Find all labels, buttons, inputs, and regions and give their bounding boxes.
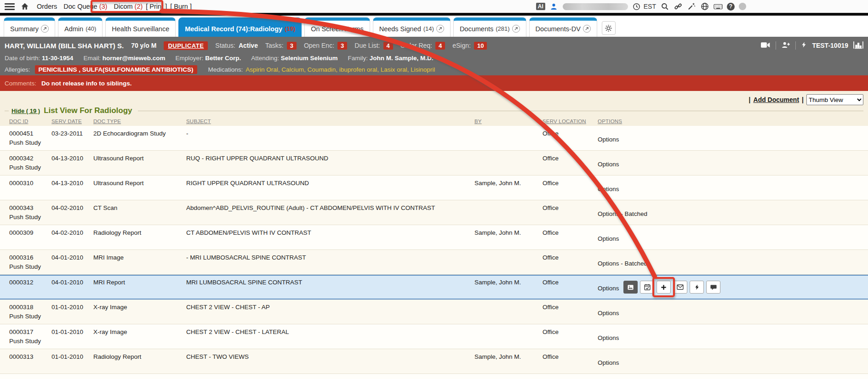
tab-documents[interactable]: Documents(281): [453, 17, 526, 37]
globe-icon[interactable]: [700, 2, 709, 11]
options-menu[interactable]: Options - Batched: [598, 209, 647, 219]
counter-badge[interactable]: 3: [337, 42, 347, 50]
external-link-icon: [41, 25, 49, 33]
lightning-icon[interactable]: [801, 41, 807, 50]
column-header-serv-date[interactable]: SERV DATE: [51, 119, 93, 124]
doc-id-cell: 0000342Push Study: [9, 154, 51, 175]
column-header-subject[interactable]: SUBJECT: [186, 119, 474, 124]
dicom-print-link[interactable]: [ Print ]: [146, 3, 167, 10]
tab-needs-signed[interactable]: Needs Signed(14): [373, 17, 451, 37]
serv-date-cell: 04-02-2010: [51, 204, 93, 225]
document-row[interactable]: 0000451Push Study03-23-20112D Echocardio…: [0, 126, 868, 151]
menu-icon[interactable]: [5, 3, 15, 10]
tab-settings-gear-icon[interactable]: [602, 21, 616, 35]
plus-icon[interactable]: [657, 281, 671, 294]
options-menu[interactable]: Options - Batched: [598, 259, 647, 268]
calendar-icon[interactable]: [640, 281, 654, 294]
radiology-content: | Add Document | Thumb View Hide ( 19 ) …: [0, 91, 868, 379]
document-row[interactable]: 000030904-02-2010Radiology ReportCT ABDO…: [0, 225, 868, 250]
tab-documents-dv[interactable]: Documents-DV: [529, 17, 597, 37]
search-icon[interactable]: [660, 2, 669, 11]
options-menu[interactable]: Options: [598, 309, 619, 318]
comment-icon[interactable]: [706, 281, 720, 294]
column-header-serv-location[interactable]: SERV LOCATION: [542, 119, 598, 124]
hide-list-link[interactable]: Hide ( 19 ): [11, 107, 40, 114]
document-row[interactable]: 000031301-01-2010Radiology ReportCHEST -…: [0, 349, 868, 374]
keyboard-icon[interactable]: [714, 2, 723, 11]
tab-admin[interactable]: Admin(40): [58, 17, 103, 37]
home-icon[interactable]: [20, 2, 29, 11]
tab-count: (14): [423, 25, 434, 32]
add-document-link[interactable]: Add Document: [754, 96, 799, 103]
video-camera-icon[interactable]: [760, 42, 771, 50]
options-menu[interactable]: Options: [598, 234, 619, 243]
wand-icon[interactable]: [687, 2, 696, 11]
counter-badge[interactable]: 3: [287, 42, 297, 50]
options-menu[interactable]: Options: [598, 284, 621, 293]
tab-health-surveillance[interactable]: Health Surveillance: [105, 17, 176, 37]
envelope-icon[interactable]: [673, 281, 687, 294]
dicom-count: (2): [135, 3, 143, 10]
location-cell: Office: [542, 278, 598, 299]
medications-list[interactable]: Aspirin Oral, Calcium, Coumadin, ibuprof…: [246, 66, 435, 73]
column-header-doc-type[interactable]: DOC TYPE: [93, 119, 186, 124]
push-study-link[interactable]: Push Study: [9, 312, 48, 321]
options-cell: [598, 377, 868, 379]
counter-badge[interactable]: 4: [435, 42, 445, 50]
dicom-burn-link[interactable]: [ Burn ]: [170, 3, 192, 10]
column-header-doc-id[interactable]: DOC ID: [9, 119, 51, 124]
document-row[interactable]: 0000318Push Study01-01-2010X-ray ImageCH…: [0, 300, 868, 324]
nav-orders[interactable]: Orders: [37, 3, 57, 10]
document-row[interactable]: 0000342Push Study04-13-2010Ultrasound Re…: [0, 151, 868, 175]
help-icon[interactable]: ?: [727, 3, 735, 11]
push-study-link[interactable]: Push Study: [9, 163, 48, 172]
document-row[interactable]: 0000316Push Study04-01-2010MRI Image- MR…: [0, 250, 868, 275]
document-row[interactable]: 000019011-06-2009Ultrasound ReportSeleni…: [0, 374, 868, 379]
serv-date-cell: 01-01-2010: [51, 303, 93, 324]
document-row[interactable]: 000031204-01-2010MRI ReportMRI LUMBOSACR…: [0, 275, 868, 300]
push-study-link[interactable]: Push Study: [9, 262, 48, 272]
document-row[interactable]: 000031004-13-2010Ultrasound ReportRIGHT …: [0, 175, 868, 200]
patient-counter: eSign:10: [452, 42, 487, 50]
tab-on-screen-forms[interactable]: On Screen Forms: [304, 17, 370, 37]
counter-badge[interactable]: 10: [474, 42, 487, 50]
nav-dicom-group: Dicom (2) [ Print ] [ Burn ]: [112, 2, 194, 11]
lightning-icon[interactable]: [690, 281, 704, 294]
document-row[interactable]: 0000343Push Study04-02-2010CT ScanAbdome…: [0, 200, 868, 225]
options-menu[interactable]: Options: [598, 160, 619, 169]
document-row[interactable]: 0000317Push Study01-01-2010X-ray ImageCH…: [0, 324, 868, 349]
push-study-link[interactable]: Push Study: [9, 213, 48, 222]
allergies-badge[interactable]: PENICILLINS , SULFA(SULFONAMIDE ANTIBIOT…: [35, 65, 197, 74]
clock-icon[interactable]: [632, 2, 641, 11]
location-cell: Office: [542, 352, 598, 373]
link-icon[interactable]: [674, 2, 683, 11]
username-redacted[interactable]: [563, 3, 628, 10]
tab-medical-record-74-radiology[interactable]: Medical Record (74):Radiology(19): [178, 17, 302, 37]
options-menu[interactable]: Options: [598, 185, 619, 194]
heading-rule: [138, 111, 863, 111]
add-person-icon[interactable]: [781, 41, 790, 50]
options-menu[interactable]: Options: [598, 135, 619, 144]
nav-dicom[interactable]: Dicom (2): [114, 3, 143, 10]
options-menu[interactable]: Options: [598, 334, 619, 343]
status-value: Active: [239, 42, 258, 49]
column-header-options[interactable]: OPTIONS: [598, 119, 868, 124]
patient-header: HART, WILLIAM (BILL SHA HART) S. 70 y/o …: [0, 37, 868, 75]
push-study-link[interactable]: Push Study: [9, 138, 48, 147]
chart-stats-icon[interactable]: [853, 41, 863, 51]
location-cell: Office: [542, 204, 598, 225]
location-cell: Office: [542, 228, 598, 249]
push-study-link[interactable]: Push Study: [9, 337, 48, 346]
patient-detail: Date of birth: 11-30-1954: [5, 55, 73, 62]
view-mode-select[interactable]: Thumb View: [806, 94, 863, 105]
ai-badge[interactable]: AI: [536, 3, 545, 10]
image-icon[interactable]: [623, 281, 638, 294]
chart-tabs: SummaryAdmin(40)Health SurveillanceMedic…: [0, 16, 868, 37]
counter-badge[interactable]: 4: [383, 42, 393, 50]
options-menu[interactable]: Options: [598, 358, 619, 368]
duplicate-badge[interactable]: DUPLICATE: [164, 41, 208, 50]
nav-doc-queue[interactable]: Doc Queue (3): [63, 3, 107, 10]
tab-summary[interactable]: Summary: [4, 17, 55, 37]
user-icon[interactable]: [549, 2, 559, 11]
column-header-by[interactable]: BY: [474, 119, 542, 124]
